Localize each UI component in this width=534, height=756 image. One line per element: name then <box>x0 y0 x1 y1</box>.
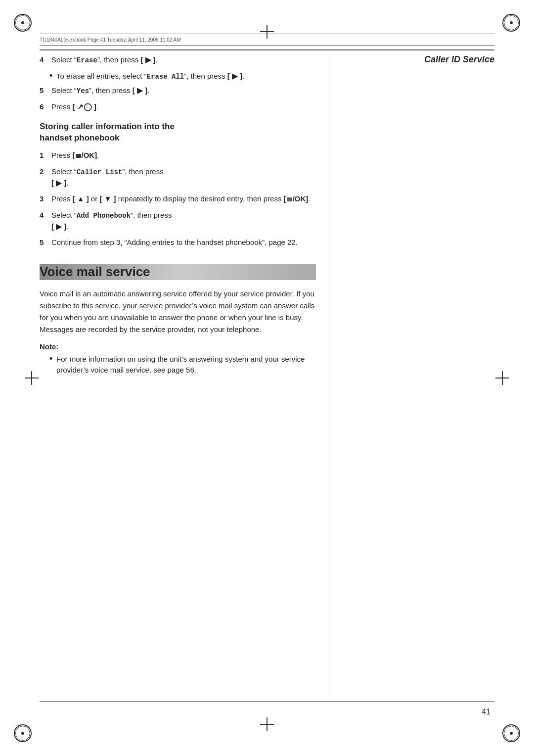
storing-step1: 1 Press [≣/OK]. <box>40 150 316 161</box>
step-erase: 4 Select “Erase”, then press [ ▶ ]. <box>40 54 316 66</box>
content-area: 4 Select “Erase”, then press [ ▶ ]. • To… <box>40 54 494 697</box>
storing-step-number-4: 4 <box>40 210 51 233</box>
voicemail-section: Voice mail service Voice mail is an auto… <box>40 264 316 376</box>
step-yes-content: Select “Yes”, then press [ ▶ ]. <box>51 85 149 96</box>
reg-mark-bottom-right <box>502 724 520 742</box>
storing-step4: 4 Select “Add Phonebook”, then press [ ▶… <box>40 210 316 233</box>
storing-step5: 5 Continue from step 3, “Adding entries … <box>40 237 316 248</box>
storing-step-number-1: 1 <box>40 150 51 161</box>
storing-heading: Storing caller information into the hand… <box>40 121 316 144</box>
voicemail-section-bar: Voice mail service <box>40 264 316 280</box>
step-yes: 5 Select “Yes”, then press [ ▶ ]. <box>40 85 316 96</box>
note-bullet-content: For more information on using the unit’s… <box>56 354 316 376</box>
storing-step3: 3 Press [ ▲ ] or [ ▼ ] repeatedly to dis… <box>40 193 316 205</box>
step-number-4: 4 <box>40 54 51 66</box>
storing-step-number-5: 5 <box>40 237 51 248</box>
cross-left-center <box>25 371 39 385</box>
right-column: Caller ID Service <box>331 54 494 697</box>
reg-mark-bottom-left <box>14 724 32 742</box>
storing-step1-content: Press [≣/OK]. <box>51 150 99 161</box>
note-bullet-dot: • <box>49 354 56 365</box>
storing-step5-content: Continue from step 3, “Adding entries to… <box>51 237 298 248</box>
reg-mark-top-left <box>14 14 32 32</box>
note-label: Note: <box>40 342 316 351</box>
erase-bullet: • To erase all entries, select “Erase Al… <box>49 71 316 82</box>
storing-step4-content: Select “Add Phonebook”, then press [ ▶ ]… <box>51 210 172 233</box>
step-press-off-content: Press [ ↗◯ ]. <box>51 101 98 113</box>
top-border-line <box>40 49 494 50</box>
erase-bullet-content: To erase all entries, select “Erase All”… <box>56 71 244 82</box>
storing-step3-content: Press [ ▲ ] or [ ▼ ] repeatedly to displ… <box>51 193 310 205</box>
bottom-border-line <box>40 701 494 702</box>
storing-step2: 2 Select “Caller List”, then press [ ▶ ]… <box>40 166 316 189</box>
step-erase-content: Select “Erase”, then press [ ▶ ]. <box>51 54 158 66</box>
storing-step-number-2: 2 <box>40 166 51 189</box>
meta-text: TG1840AL(e-e).book Page 41 Tuesday, Apri… <box>40 37 181 43</box>
voicemail-description: Voice mail is an automatic answering ser… <box>40 288 316 335</box>
storing-step-number-3: 3 <box>40 193 51 205</box>
meta-bar: TG1840AL(e-e).book Page 41 Tuesday, Apri… <box>40 34 494 46</box>
step-number-6: 6 <box>40 101 51 113</box>
header-section-title: Caller ID Service <box>424 54 494 65</box>
left-column: 4 Select “Erase”, then press [ ▶ ]. • To… <box>40 54 331 697</box>
cross-bottom-center <box>260 717 274 731</box>
page-container: TG1840AL(e-e).book Page 41 Tuesday, Apri… <box>0 0 534 756</box>
step-press-off: 6 Press [ ↗◯ ]. <box>40 101 316 113</box>
cross-right-center <box>495 371 509 385</box>
note-bullet: • For more information on using the unit… <box>49 354 316 376</box>
voicemail-title: Voice mail service <box>40 264 155 280</box>
bullet-dot: • <box>49 71 56 82</box>
reg-mark-top-right <box>502 14 520 32</box>
storing-step2-content: Select “Caller List”, then press [ ▶ ]. <box>51 166 164 189</box>
page-number: 41 <box>482 708 490 716</box>
step-number-5: 5 <box>40 85 51 96</box>
